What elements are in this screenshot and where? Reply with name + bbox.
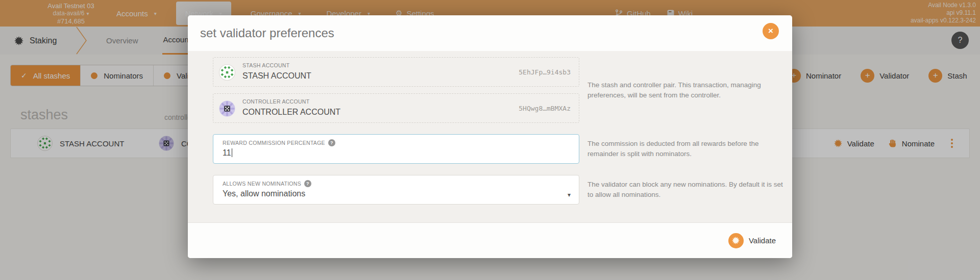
validate-star-icon bbox=[732, 237, 740, 244]
stash-account-field: STASH ACCOUNT STASH ACCOUNT 5EhJFp…9i4sb… bbox=[213, 57, 579, 87]
commission-input[interactable]: REWARD COMMISSION PERCENTAGE ? 11 bbox=[213, 134, 579, 164]
controller-identicon bbox=[219, 100, 235, 117]
nominations-selected-value: Yes, allow nominations bbox=[223, 189, 305, 198]
controller-field-label: CONTROLLER ACCOUNT bbox=[242, 98, 309, 105]
allow-nominations-select[interactable]: ALLOWS NEW NOMINATIONS ? Yes, allow nomi… bbox=[213, 175, 579, 205]
modal-body: STASH ACCOUNT STASH ACCOUNT 5EhJFp…9i4sb… bbox=[188, 51, 792, 222]
validate-button-label: Validate bbox=[749, 236, 776, 245]
help-icon: ? bbox=[328, 139, 335, 146]
modal-footer: Validate bbox=[188, 222, 792, 258]
nominations-form-row: ALLOWS NEW NOMINATIONS ? Yes, allow nomi… bbox=[188, 175, 792, 205]
stash-field-label: STASH ACCOUNT bbox=[242, 62, 289, 68]
accounts-helper-text: The stash and controller pair. This tran… bbox=[587, 57, 788, 123]
nominations-field-label: ALLOWS NEW NOMINATIONS bbox=[223, 181, 301, 187]
close-icon[interactable]: × bbox=[763, 23, 779, 39]
controller-account-address: 5HQwg8…mBMXAz bbox=[519, 105, 571, 112]
stash-account-address: 5EhJFp…9i4sb3 bbox=[519, 68, 571, 76]
validate-submit-button[interactable]: Validate bbox=[728, 233, 776, 248]
controller-account-field: CONTROLLER ACCOUNT CONTROLLER ACCOUNT 5H… bbox=[213, 93, 579, 123]
nominations-helper-text: The validator can block any new nominati… bbox=[587, 175, 788, 205]
help-icon: ? bbox=[304, 180, 311, 187]
commission-field-label: REWARD COMMISSION PERCENTAGE bbox=[223, 140, 325, 146]
modal-title: set validator preferences bbox=[200, 26, 334, 40]
commission-helper-text: The commission is deducted from all rewa… bbox=[587, 134, 788, 164]
controller-account-name: CONTROLLER ACCOUNT bbox=[242, 108, 340, 117]
staking-accounts-screen: Avail Testnet 03 data-avail/6▾ #714,685 … bbox=[0, 0, 980, 280]
set-validator-preferences-modal: set validator preferences × STASH ACCOUN… bbox=[188, 15, 792, 258]
accounts-form-row: STASH ACCOUNT STASH ACCOUNT 5EhJFp…9i4sb… bbox=[188, 57, 792, 123]
chevron-down-icon: ▾ bbox=[568, 191, 571, 198]
commission-form-row: REWARD COMMISSION PERCENTAGE ? 11 The co… bbox=[188, 134, 792, 164]
stash-identicon bbox=[219, 64, 235, 81]
text-cursor bbox=[232, 148, 232, 157]
stash-account-name: STASH ACCOUNT bbox=[242, 71, 311, 81]
modal-header: set validator preferences × bbox=[188, 15, 792, 51]
commission-value: 11 bbox=[223, 148, 231, 157]
